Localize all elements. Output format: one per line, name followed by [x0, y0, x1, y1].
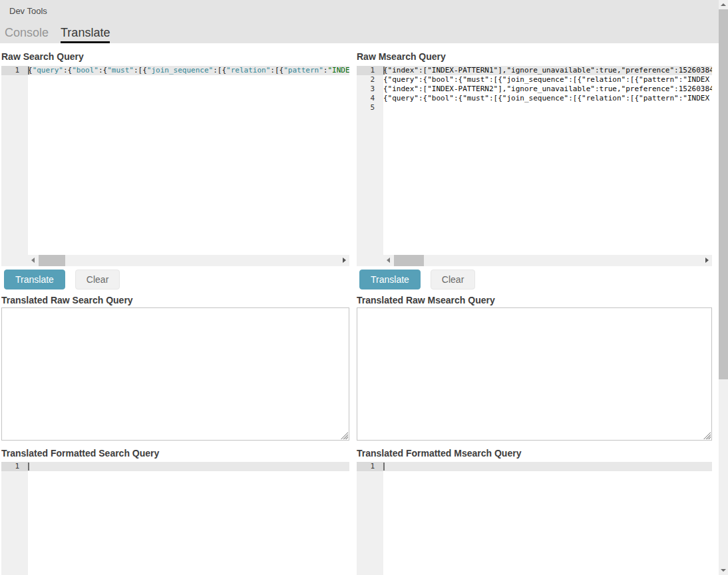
- scroll-left-icon[interactable]: [28, 255, 39, 266]
- horizontal-scrollbar[interactable]: [383, 255, 712, 266]
- line-number: 2: [357, 75, 383, 85]
- raw-search-query-editor[interactable]: 1{"query":{"bool":{"must":[{"join_sequen…: [1, 66, 349, 266]
- line-content: [28, 462, 349, 471]
- scroll-left-icon[interactable]: [383, 255, 395, 266]
- scrollbar-thumb[interactable]: [394, 255, 424, 266]
- dev-tools-page: Dev Tools Console Translate Raw Search Q…: [0, 0, 728, 575]
- line-content: {"query":{"bool":{"must":[{"join_sequenc…: [383, 75, 712, 85]
- raw-msearch-query-editor[interactable]: 1{"index":["INDEX-PATTERN1"],"ignore_una…: [357, 66, 712, 266]
- editor-gutter: [1, 462, 28, 575]
- editor-line[interactable]: 5: [357, 103, 712, 112]
- line-content: [383, 462, 712, 471]
- line-content: {"index":["INDEX-PATTERN1"],"ignore_unav…: [383, 66, 712, 75]
- editor-line[interactable]: 1{"query":{"bool":{"must":[{"join_sequen…: [1, 66, 349, 75]
- editor-line[interactable]: 1: [1, 462, 349, 471]
- msearch-query-column: Raw Msearch Query 1{"index":["INDEX-PATT…: [357, 51, 712, 575]
- scroll-right-icon[interactable]: [701, 255, 712, 266]
- translated-formatted-search-editor[interactable]: 1: [1, 462, 349, 575]
- line-number: 1: [357, 66, 383, 75]
- editor-gutter: [1, 66, 28, 266]
- line-content: {"query":{"bool":{"must":[{"join_sequenc…: [383, 94, 712, 103]
- raw-search-query-label: Raw Search Query: [1, 51, 84, 62]
- translated-formatted-msearch-editor[interactable]: 1: [357, 462, 712, 575]
- page-scrollbar[interactable]: [719, 0, 728, 575]
- clear-msearch-button[interactable]: Clear: [431, 270, 475, 289]
- scroll-down-icon[interactable]: [719, 566, 728, 575]
- line-content: {"query":{"bool":{"must":[{"join_sequenc…: [28, 66, 349, 75]
- line-content: {"index":["INDEX-PATTERN2"],"ignore_unav…: [383, 85, 712, 94]
- translated-raw-search-output[interactable]: [1, 307, 349, 441]
- scroll-up-icon[interactable]: [719, 0, 728, 9]
- msearch-actions: Translate Clear: [359, 270, 475, 289]
- editor-line[interactable]: 1{"index":["INDEX-PATTERN1"],"ignore_una…: [357, 66, 712, 75]
- line-number: 5: [357, 103, 383, 112]
- search-actions: Translate Clear: [4, 270, 120, 289]
- search-query-column: Raw Search Query 1{"query":{"bool":{"mus…: [1, 51, 349, 575]
- header: Dev Tools Console Translate: [0, 0, 719, 43]
- raw-msearch-query-label: Raw Msearch Query: [357, 51, 446, 62]
- tab-bar: Console Translate: [5, 25, 110, 43]
- translated-raw-msearch-label: Translated Raw Msearch Query: [357, 295, 495, 305]
- translated-formatted-search-label: Translated Formatted Search Query: [1, 448, 159, 459]
- translated-raw-msearch-output[interactable]: [357, 307, 712, 441]
- page-title: Dev Tools: [9, 6, 47, 16]
- editor-line[interactable]: 3{"index":["INDEX-PATTERN2"],"ignore_una…: [357, 85, 712, 94]
- line-number: 3: [357, 85, 383, 94]
- scroll-right-icon[interactable]: [338, 255, 349, 266]
- horizontal-scrollbar[interactable]: [28, 255, 349, 266]
- editor-line[interactable]: 2{"query":{"bool":{"must":[{"join_sequen…: [357, 75, 712, 85]
- line-content: [383, 103, 712, 112]
- line-number: 4: [357, 94, 383, 103]
- clear-search-button[interactable]: Clear: [75, 270, 120, 289]
- line-number: 1: [1, 462, 28, 471]
- translate-msearch-button[interactable]: Translate: [359, 270, 421, 289]
- translate-search-button[interactable]: Translate: [4, 270, 65, 289]
- editor-line[interactable]: 1: [357, 462, 712, 471]
- translated-formatted-msearch-label: Translated Formatted Msearch Query: [357, 448, 521, 459]
- translated-raw-search-label: Translated Raw Search Query: [1, 295, 133, 305]
- editor-gutter: [357, 462, 383, 575]
- tab-console[interactable]: Console: [5, 25, 49, 43]
- page-scrollbar-thumb[interactable]: [719, 9, 728, 379]
- editor-line[interactable]: 4{"query":{"bool":{"must":[{"join_sequen…: [357, 94, 712, 103]
- tab-translate[interactable]: Translate: [61, 25, 110, 43]
- line-number: 1: [357, 462, 383, 471]
- line-number: 1: [1, 66, 28, 75]
- scrollbar-thumb[interactable]: [39, 255, 65, 266]
